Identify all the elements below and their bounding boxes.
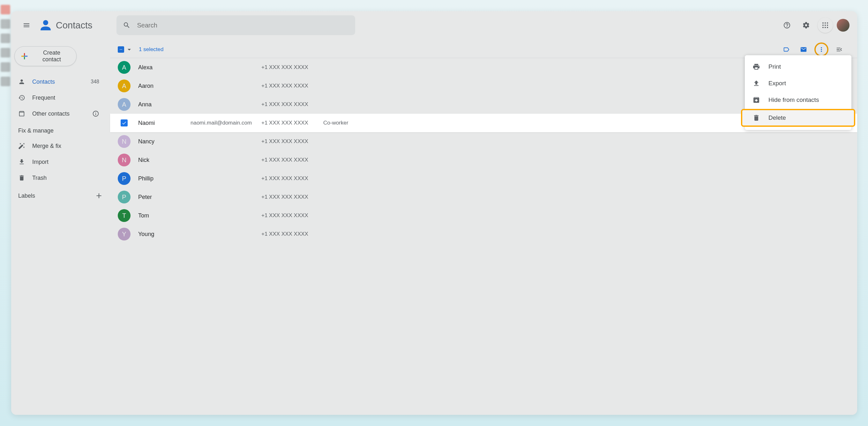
contact-phone: +1 XXX XXX XXXX <box>261 194 316 200</box>
svg-point-5 <box>825 25 826 26</box>
sidebar-item-frequent[interactable]: Frequent <box>11 90 106 106</box>
svg-rect-10 <box>24 53 25 56</box>
contact-avatar[interactable]: A <box>118 98 130 111</box>
trash-icon <box>18 174 25 181</box>
send-email-button[interactable] <box>797 43 810 56</box>
create-contact-button[interactable]: Create contact <box>14 46 76 66</box>
svg-point-4 <box>823 25 824 26</box>
contact-name: Naomi <box>138 120 183 126</box>
contact-name: Aaron <box>138 83 183 89</box>
contact-row[interactable]: PPhillip+1 XXX XXX XXXX <box>110 169 857 188</box>
print-icon <box>752 63 760 70</box>
contact-avatar[interactable]: N <box>118 153 130 166</box>
svg-point-8 <box>825 27 826 28</box>
svg-rect-14 <box>24 56 25 57</box>
hide-icon <box>752 96 760 104</box>
contact-avatar[interactable]: P <box>118 172 130 185</box>
history-icon <box>18 94 25 101</box>
svg-point-0 <box>43 20 48 25</box>
check-icon <box>122 120 127 125</box>
info-icon[interactable] <box>92 110 99 117</box>
help-button[interactable] <box>779 18 795 33</box>
account-avatar[interactable] <box>837 19 849 32</box>
person-icon <box>18 78 25 85</box>
svg-rect-11 <box>25 56 27 57</box>
create-contact-label: Create contact <box>33 50 70 63</box>
main-menu-button[interactable] <box>19 18 34 33</box>
sidebar: Create contact Contacts 348 Frequent Oth… <box>11 39 110 415</box>
contact-name: Young <box>138 231 183 237</box>
sidebar-trash-label: Trash <box>32 175 46 181</box>
toggle-sidepanel-button[interactable] <box>833 43 846 56</box>
contacts-app-window: Contacts <box>11 11 857 415</box>
contacts-logo-icon <box>39 19 52 32</box>
sidebar-item-import[interactable]: Import <box>11 154 106 170</box>
contact-phone: +1 XXX XXX XXXX <box>261 157 316 163</box>
row-checkbox-checked[interactable] <box>121 119 128 126</box>
search-bar[interactable] <box>117 15 355 35</box>
wand-icon <box>18 142 25 149</box>
contacts-count: 348 <box>91 79 99 85</box>
add-label-button[interactable] <box>95 192 103 200</box>
contact-name: Tom <box>138 212 183 219</box>
contact-avatar[interactable]: T <box>118 209 130 222</box>
email-icon <box>800 46 807 53</box>
contact-phone: +1 XXX XXX XXXX <box>261 138 316 145</box>
menu-item-delete[interactable]: Delete <box>741 109 855 127</box>
menu-item-export[interactable]: Export <box>745 75 851 92</box>
contact-phone: +1 XXX XXX XXXX <box>261 101 316 108</box>
sidebar-import-label: Import <box>32 159 49 165</box>
more-vert-icon <box>818 46 825 53</box>
export-icon <box>752 80 760 87</box>
labels-header-text: Labels <box>18 193 35 199</box>
app-title: Contacts <box>56 20 92 31</box>
sidepanel-icon <box>836 46 843 53</box>
contact-phone: +1 XXX XXX XXXX <box>261 212 316 219</box>
contact-name: Alexa <box>138 64 183 71</box>
contact-row[interactable]: NNick+1 XXX XXX XXXX <box>110 151 857 169</box>
select-all-checkbox[interactable] <box>118 46 124 53</box>
section-labels: Labels <box>11 186 110 204</box>
contact-avatar[interactable]: A <box>118 61 130 74</box>
contact-avatar[interactable]: Y <box>118 228 130 240</box>
contact-phone: +1 XXX XXX XXXX <box>261 64 316 70</box>
contact-avatar[interactable]: P <box>118 191 130 203</box>
select-dropdown-button[interactable] <box>125 46 133 53</box>
section-fix-manage: Fix & manage <box>11 122 110 138</box>
download-icon <box>18 159 25 165</box>
contact-row[interactable]: YYoung+1 XXX XXX XXXX <box>110 225 857 243</box>
settings-button[interactable] <box>799 18 814 33</box>
contact-avatar[interactable]: A <box>118 80 130 92</box>
search-input[interactable] <box>137 22 349 29</box>
app-logo: Contacts <box>39 19 92 32</box>
contact-name: Anna <box>138 101 183 108</box>
selected-count-text: 1 selected <box>139 46 164 53</box>
svg-rect-12 <box>24 57 25 59</box>
search-icon <box>123 21 130 29</box>
contact-row[interactable]: NNancy+1 XXX XXX XXXX <box>110 132 857 151</box>
sidebar-other-label: Other contacts <box>32 111 69 117</box>
svg-point-2 <box>825 22 826 24</box>
contact-phone: +1 XXX XXX XXXX <box>261 231 316 237</box>
selection-toolbar: 1 selected <box>110 41 857 58</box>
sidebar-item-merge-fix[interactable]: Merge & fix <box>11 138 106 154</box>
contact-name: Phillip <box>138 175 183 182</box>
svg-point-7 <box>823 27 824 28</box>
indeterminate-icon <box>119 47 123 52</box>
contact-label: Co-worker <box>323 120 348 126</box>
contact-row[interactable]: PPeter+1 XXX XXX XXXX <box>110 188 857 206</box>
sidebar-item-other-contacts[interactable]: Other contacts <box>11 106 106 122</box>
sidebar-item-trash[interactable]: Trash <box>11 170 106 186</box>
more-actions-menu: Print Export Hide from contacts Delete <box>745 55 851 130</box>
label-icon <box>783 46 790 53</box>
sidebar-contacts-label: Contacts <box>32 79 55 85</box>
menu-item-hide[interactable]: Hide from contacts <box>745 92 851 108</box>
contact-row[interactable]: TTom+1 XXX XXX XXXX <box>110 206 857 225</box>
menu-item-print[interactable]: Print <box>745 58 851 75</box>
more-actions-button[interactable] <box>814 42 829 57</box>
google-apps-button[interactable] <box>817 18 833 33</box>
manage-labels-button[interactable] <box>780 43 793 56</box>
menu-hide-label: Hide from contacts <box>769 96 819 104</box>
sidebar-item-contacts[interactable]: Contacts 348 <box>11 74 106 90</box>
contact-avatar[interactable]: N <box>118 135 130 148</box>
